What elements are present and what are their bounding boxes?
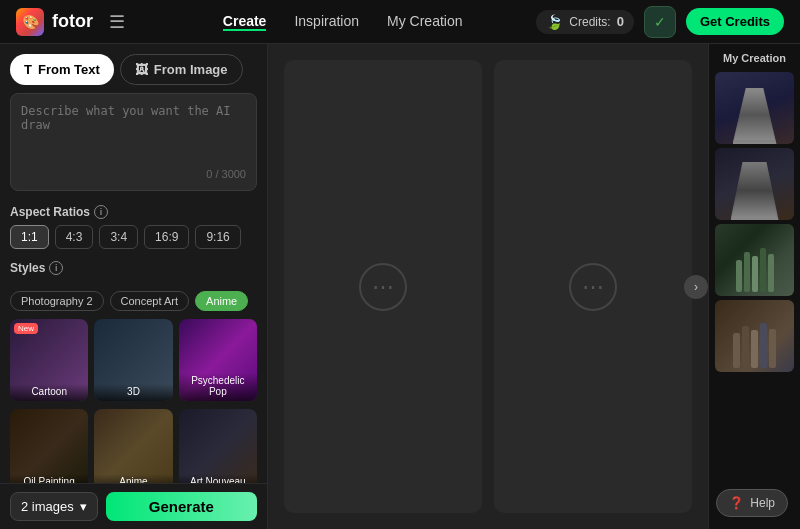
from-image-tab[interactable]: 🖼 From Image bbox=[120, 54, 243, 85]
ratio-4-3[interactable]: 4:3 bbox=[55, 225, 94, 249]
style-card-art-nouveau-label: Art Nouveau bbox=[179, 474, 257, 483]
style-card-oil-label: Oil Painting bbox=[10, 474, 88, 483]
right-panel: My Creation bbox=[708, 44, 800, 529]
images-dropdown[interactable]: 2 images ▾ bbox=[10, 492, 98, 521]
image-icon: 🖼 bbox=[135, 62, 148, 77]
aspect-ratio-section: Aspect Ratios i 1:1 4:3 3:4 16:9 9:16 bbox=[0, 199, 267, 255]
style-card-anime[interactable]: Anime bbox=[94, 409, 172, 483]
from-text-tab[interactable]: T From Text bbox=[10, 54, 114, 85]
style-card-art-nouveau[interactable]: Art Nouveau bbox=[179, 409, 257, 483]
logo-icon: 🎨 bbox=[16, 8, 44, 36]
prompt-count: 0 / 3000 bbox=[21, 168, 246, 180]
style-card-3d-label: 3D bbox=[94, 384, 172, 401]
placeholder-icon-2: ⋯ bbox=[569, 263, 617, 311]
help-icon: ❓ bbox=[729, 496, 744, 510]
style-tag-row: Photography 2 Concept Art Anime bbox=[0, 287, 267, 315]
style-grid-row1: New Cartoon 3D Psychedelic Pop bbox=[0, 315, 267, 405]
ratio-16-9[interactable]: 16:9 bbox=[144, 225, 189, 249]
style-tag-concept[interactable]: Concept Art bbox=[110, 291, 189, 311]
generate-button[interactable]: Generate bbox=[106, 492, 257, 521]
aspect-ratio-info-icon: i bbox=[94, 205, 108, 219]
nav-create[interactable]: Create bbox=[223, 13, 267, 31]
style-card-anime-label: Anime bbox=[94, 474, 172, 483]
from-text-label: From Text bbox=[38, 62, 100, 77]
get-credits-button[interactable]: Get Credits bbox=[686, 8, 784, 35]
ratio-3-4[interactable]: 3:4 bbox=[99, 225, 138, 249]
placeholder-card-1: ⋯ bbox=[284, 60, 482, 513]
main: T From Text 🖼 From Image 0 / 3000 Aspect… bbox=[0, 44, 800, 529]
style-tag-photography[interactable]: Photography 2 bbox=[10, 291, 104, 311]
placeholder-icon-1: ⋯ bbox=[359, 263, 407, 311]
header-right: 🍃 Credits: 0 ✓ Get Credits bbox=[536, 6, 784, 38]
placeholder-card-2: ⋯ › bbox=[494, 60, 692, 513]
styles-scroll: Photography 2 Concept Art Anime New Cart… bbox=[0, 287, 267, 483]
center-panel: ⋯ ⋯ › bbox=[268, 44, 708, 529]
nav: Create Inspiration My Creation bbox=[149, 13, 536, 31]
images-count-label: 2 images bbox=[21, 499, 74, 514]
credits-value: 0 bbox=[617, 14, 624, 29]
ratio-1-1[interactable]: 1:1 bbox=[10, 225, 49, 249]
bottom-bar: 2 images ▾ Generate bbox=[0, 483, 267, 529]
nav-inspiration[interactable]: Inspiration bbox=[294, 13, 359, 31]
credits-leaf-icon: 🍃 bbox=[546, 14, 563, 30]
left-panel: T From Text 🖼 From Image 0 / 3000 Aspect… bbox=[0, 44, 268, 529]
new-badge: New bbox=[14, 323, 38, 334]
aspect-ratio-label: Aspect Ratios bbox=[10, 205, 90, 219]
chevron-down-icon: ▾ bbox=[80, 499, 87, 514]
style-card-psychedelic-label: Psychedelic Pop bbox=[179, 373, 257, 401]
style-card-3d[interactable]: 3D bbox=[94, 319, 172, 401]
creation-thumb-1[interactable] bbox=[715, 72, 794, 144]
style-card-psychedelic[interactable]: Psychedelic Pop bbox=[179, 319, 257, 401]
aspect-ratio-title: Aspect Ratios i bbox=[10, 205, 257, 219]
prompt-area: 0 / 3000 bbox=[10, 93, 257, 191]
styles-info-icon: i bbox=[49, 261, 63, 275]
logo: 🎨 fotor bbox=[16, 8, 93, 36]
credits-box: 🍃 Credits: 0 bbox=[536, 10, 634, 34]
creation-thumb-4[interactable] bbox=[715, 300, 794, 372]
styles-label: Styles bbox=[10, 261, 45, 275]
style-card-cartoon-label: Cartoon bbox=[10, 384, 88, 401]
checkmark-button[interactable]: ✓ bbox=[644, 6, 676, 38]
style-grid-row2: Oil Painting Anime Art Nouveau bbox=[0, 405, 267, 483]
nav-my-creation[interactable]: My Creation bbox=[387, 13, 462, 31]
prompt-input[interactable] bbox=[21, 104, 246, 164]
styles-section: Styles i bbox=[0, 255, 267, 287]
menu-icon[interactable]: ☰ bbox=[109, 11, 125, 33]
header: 🎨 fotor ☰ Create Inspiration My Creation… bbox=[0, 0, 800, 44]
creation-thumb-2[interactable] bbox=[715, 148, 794, 220]
creation-thumb-3[interactable] bbox=[715, 224, 794, 296]
tab-buttons: T From Text 🖼 From Image bbox=[0, 44, 267, 93]
help-button[interactable]: ❓ Help bbox=[716, 489, 788, 517]
style-card-cartoon[interactable]: New Cartoon bbox=[10, 319, 88, 401]
style-card-oil[interactable]: Oil Painting bbox=[10, 409, 88, 483]
my-creation-title: My Creation bbox=[715, 52, 794, 64]
from-image-label: From Image bbox=[154, 62, 228, 77]
next-arrow-icon[interactable]: › bbox=[684, 275, 708, 299]
text-icon: T bbox=[24, 62, 32, 77]
ratio-9-16[interactable]: 9:16 bbox=[195, 225, 240, 249]
styles-title: Styles i bbox=[10, 261, 257, 275]
style-tag-anime[interactable]: Anime bbox=[195, 291, 248, 311]
logo-text: fotor bbox=[52, 11, 93, 32]
credits-label: Credits: bbox=[569, 15, 610, 29]
ratio-buttons: 1:1 4:3 3:4 16:9 9:16 bbox=[10, 225, 257, 249]
help-label: Help bbox=[750, 496, 775, 510]
